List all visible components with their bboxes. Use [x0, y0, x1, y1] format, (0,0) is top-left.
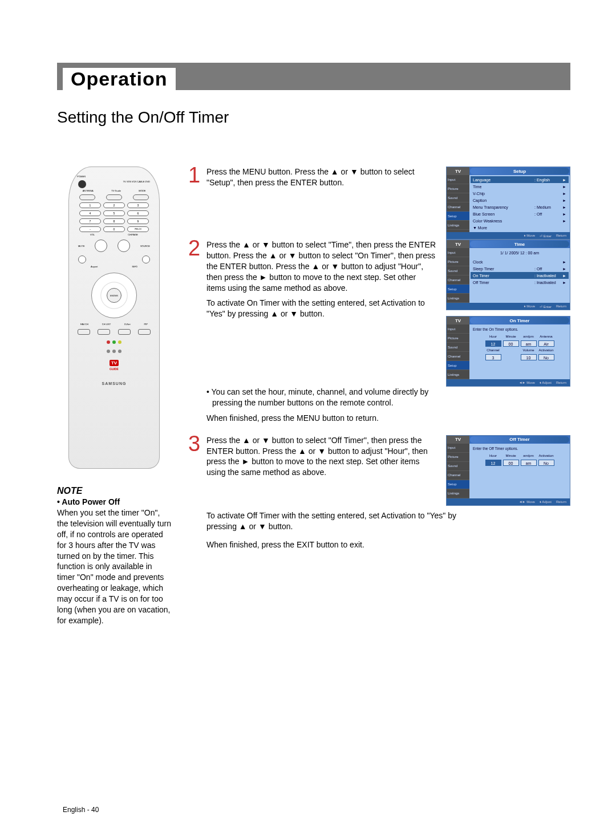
page-footer: English - 40 [63, 806, 99, 814]
offtimer-minute: 00 [503, 460, 519, 466]
side-setup: Setup [447, 285, 469, 294]
offtimer-hour: 12 [485, 460, 501, 466]
row-more: ▼ More [473, 226, 534, 230]
num-dash: - [79, 226, 101, 232]
step-2-number: 2 [188, 240, 202, 324]
osd-off-timer: TVOff Timer Input Picture Sound Channel … [446, 435, 570, 506]
vol-rocker [95, 240, 107, 252]
side-sound: Sound [447, 462, 469, 471]
ontimer-ampm: am [521, 340, 537, 347]
osd-on-timer: TVOn Timer Input Picture Sound Channel S… [446, 316, 570, 387]
osd-setup: TVSetup Input Picture Sound Channel Setu… [446, 167, 570, 240]
ontimer-hour: 12 [485, 340, 501, 347]
number-pad: 1 2 3 4 5 6 7 8 9 - 0 PRE-CH [74, 202, 155, 232]
offtimer-activation: No [538, 460, 554, 466]
num-7: 7 [79, 218, 101, 224]
row-time: Time [473, 185, 534, 189]
step-2-text-2: To activate On Timer with the setting en… [206, 298, 437, 319]
side-input: Input [447, 248, 469, 257]
num-0: 0 [103, 226, 125, 232]
side-picture: Picture [447, 257, 469, 266]
num-4: 4 [79, 210, 101, 216]
ontimer-volume: 10 [521, 354, 537, 360]
step-2-tail: When finished, press the MENU button to … [206, 413, 457, 424]
ontimer-channel: 3 [485, 354, 501, 360]
offtimer-ampm: am [521, 460, 537, 466]
device-labels: TV STB VCR CABLE DVD [123, 180, 150, 188]
osd-sidebar: Input Picture Sound Channel Setup Listin… [447, 175, 469, 232]
step-1-number: 1 [188, 167, 202, 188]
osd-setup-title: Setup [470, 168, 569, 175]
side-input: Input [447, 324, 469, 334]
side-listings: Listings [447, 370, 469, 379]
side-listings: Listings [447, 489, 469, 498]
note-body: When you set the timer "On", the televis… [57, 508, 171, 626]
num-6: 6 [127, 210, 149, 216]
osd-ontimer-title: On Timer [470, 317, 569, 324]
side-input: Input [447, 175, 469, 184]
osd-tv-badge: TV [447, 167, 469, 175]
row-sleeptimer: Sleep Timer [473, 267, 534, 271]
step-1: 1 Press the MENU button. Press the ▲ or … [188, 167, 441, 188]
side-sound: Sound [447, 343, 469, 352]
anynet-label: Anynet [91, 265, 98, 268]
side-sound: Sound [447, 193, 469, 202]
favch-label: FAV.CH [80, 323, 88, 326]
row-caption: Caption [473, 198, 534, 202]
source-label: SOURCE [140, 245, 150, 247]
osd-time-title: Time [470, 241, 569, 247]
pip-label: PIP [144, 323, 148, 326]
ontimer-antenna: Air [538, 340, 554, 347]
row-bluescreen: Blue Screen [473, 212, 534, 216]
left-column: POWER TV STB VCR CABLE DVD ANTENNATV Gui… [57, 167, 171, 626]
side-input: Input [447, 444, 469, 453]
section-title: Operation [71, 68, 168, 90]
tvguide-label: TV Guide [111, 189, 121, 192]
side-channel: Channel [447, 202, 469, 212]
osd-tv-badge: TV [447, 436, 469, 444]
time-header: 1/ 1/ 2005/ 12 : 00 am [500, 251, 539, 255]
step-3-text: Press the ▲ or ▼ button to select "Off T… [206, 435, 441, 478]
mode-label: MODE [139, 189, 145, 192]
row-ontimer: On Timer [473, 274, 534, 278]
tv-guide-logo: TVGUIDE [74, 360, 155, 371]
manual-page: Operation Setting the On/Off Timer POWER… [0, 0, 616, 840]
mute-button [78, 255, 86, 263]
side-channel: Channel [447, 275, 469, 285]
ontimer-activation: No [538, 354, 554, 360]
num-3: 3 [127, 202, 149, 208]
row-offtimer: Off Timer [473, 281, 534, 285]
brand-label: SAMSUNG [74, 382, 155, 385]
note-subheading: • Auto Power Off [57, 497, 171, 506]
osd-tv-badge: TV [447, 240, 469, 248]
step-2-text-1: Press the ▲ or ▼ button to select "Time"… [206, 240, 437, 293]
offtimer-hint: Enter the Off Timer options. [471, 445, 569, 452]
side-setup: Setup [447, 480, 469, 489]
step-1-text: Press the MENU button. Press the ▲ or ▼ … [206, 167, 441, 188]
step-2-bullet: • You can set the hour, minute, channel,… [206, 387, 457, 408]
side-listings: Listings [447, 294, 469, 303]
side-channel: Channel [447, 352, 469, 361]
dnet-label: D-Net [124, 323, 130, 326]
ch-label: CH/PAGE [128, 233, 138, 236]
power-label: POWER [77, 175, 86, 178]
side-setup: Setup [447, 212, 469, 221]
note-heading: NOTE [57, 486, 171, 496]
row-colorweak: Color Weakness [473, 219, 534, 223]
step-3-tail-2: When finished, press the EXIT button to … [206, 539, 457, 550]
step-3: 3 Press the ▲ or ▼ button to select "Off… [188, 435, 441, 478]
num-2: 2 [103, 202, 125, 208]
enter-button: ENTER [107, 288, 121, 303]
num-8: 8 [103, 218, 125, 224]
page-subtitle: Setting the On/Off Timer [57, 108, 570, 127]
power-button-icon [78, 180, 86, 188]
pre-ch: PRE-CH [127, 226, 149, 232]
remote-control-illustration: POWER TV STB VCR CABLE DVD ANTENNATV Gui… [68, 167, 160, 469]
side-listings: Listings [447, 221, 469, 230]
ontimer-minute: 00 [503, 340, 519, 347]
step-2: 2 Press the ▲ or ▼ button to select "Tim… [188, 240, 441, 324]
antenna-label: ANTENNA [83, 189, 94, 192]
side-sound: Sound [447, 266, 469, 275]
num-1: 1 [79, 202, 101, 208]
info-label: INFO [132, 265, 137, 268]
